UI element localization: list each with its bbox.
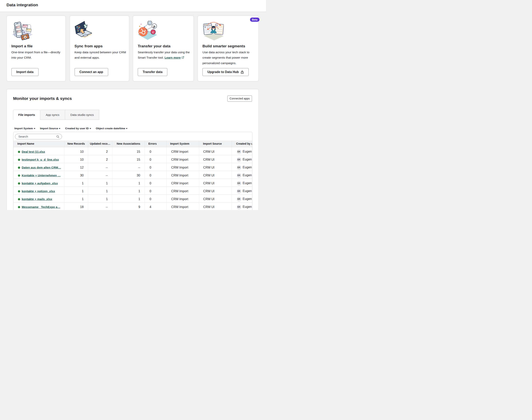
- svg-text:c: c: [152, 30, 154, 33]
- svg-text:p: p: [153, 24, 155, 28]
